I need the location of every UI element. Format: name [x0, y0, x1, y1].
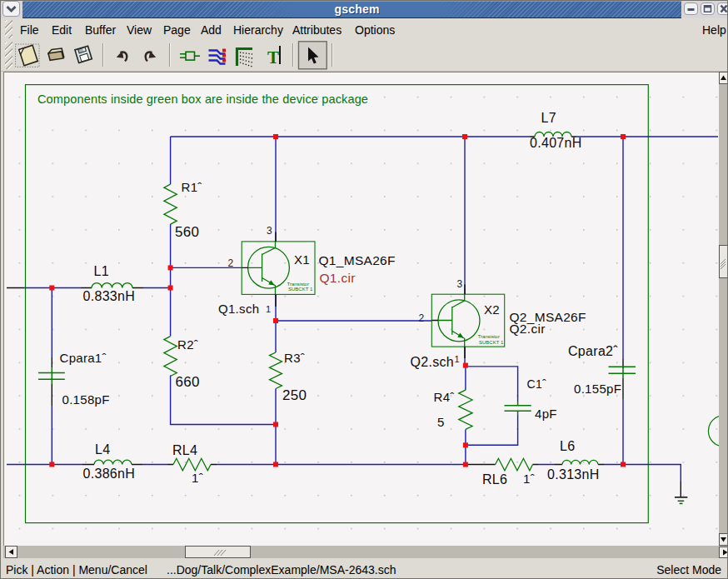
svg-text:560: 560	[175, 224, 199, 240]
svg-text:2: 2	[228, 257, 234, 269]
svg-text:RL4: RL4	[172, 443, 197, 457]
svg-text:250: 250	[282, 387, 307, 403]
svg-text:Cpara2ˆ: Cpara2ˆ	[568, 344, 618, 358]
svg-text:0.407nH: 0.407nH	[530, 136, 582, 150]
svg-text:SUBCKT 1: SUBCKT 1	[288, 287, 313, 292]
svg-text:L7: L7	[541, 111, 556, 125]
svg-text:L6: L6	[560, 439, 575, 453]
svg-text:0.386nH: 0.386nH	[83, 467, 136, 481]
svg-text:0.833nH: 0.833nH	[83, 289, 136, 303]
svg-text:5: 5	[437, 415, 445, 429]
svg-text:Q1_MSA26F: Q1_MSA26F	[319, 253, 396, 267]
svg-text:660: 660	[176, 374, 200, 390]
svg-text:1ˆ: 1ˆ	[523, 472, 535, 486]
svg-text:0.313nH: 0.313nH	[547, 467, 600, 482]
svg-text:L1: L1	[94, 264, 109, 278]
svg-text:RL6: RL6	[482, 472, 507, 487]
svg-text:C1ˆ: C1ˆ	[527, 377, 546, 391]
svg-text:X1: X1	[294, 252, 310, 267]
svg-text:3: 3	[457, 278, 463, 290]
svg-text:Transistor: Transistor	[287, 282, 309, 287]
svg-text:X2: X2	[484, 302, 500, 317]
svg-text:Transistor: Transistor	[478, 334, 500, 339]
svg-text:R1ˆ: R1ˆ	[182, 180, 202, 194]
svg-text:L4: L4	[95, 442, 110, 457]
svg-text:Q2.cir: Q2.cir	[510, 322, 546, 336]
svg-text:4pF: 4pF	[535, 407, 557, 421]
svg-text:R3ˆ: R3ˆ	[284, 351, 305, 365]
svg-text:3: 3	[267, 225, 272, 237]
svg-text:2: 2	[419, 312, 425, 324]
svg-text:R2ˆ: R2ˆ	[177, 337, 198, 352]
svg-text:R4ˆ: R4ˆ	[434, 390, 455, 404]
svg-text:T: T	[267, 47, 279, 67]
svg-text:0.155pF: 0.155pF	[574, 382, 621, 396]
svg-text:1ˆ: 1ˆ	[192, 471, 203, 485]
svg-text:1: 1	[455, 354, 460, 364]
svg-text:Q1.cir: Q1.cir	[320, 271, 356, 285]
svg-text:Components inside green box ar: Components inside green box are inside t…	[37, 92, 368, 106]
svg-text:0.158pF: 0.158pF	[62, 392, 110, 407]
svg-text:Q1.sch: Q1.sch	[218, 302, 259, 316]
svg-text:SUBCKT 1: SUBCKT 1	[479, 340, 504, 345]
svg-text:Q2.sch: Q2.sch	[411, 355, 455, 369]
svg-text:1: 1	[266, 304, 271, 314]
svg-text:Cpara1ˆ: Cpara1ˆ	[60, 351, 107, 365]
